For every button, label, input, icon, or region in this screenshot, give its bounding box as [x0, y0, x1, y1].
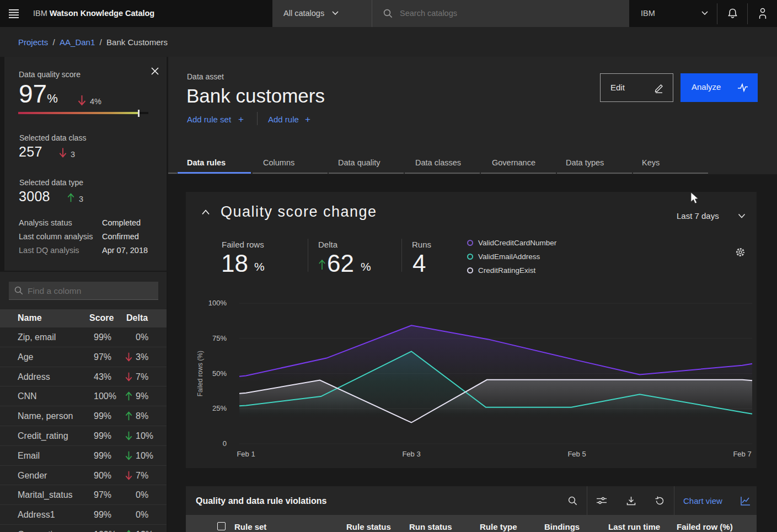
svg-text:50%: 50%	[212, 369, 227, 378]
svg-text:25%: 25%	[212, 404, 227, 412]
svg-text:75%: 75%	[212, 334, 227, 342]
svg-text:Feb 1: Feb 1	[237, 450, 255, 458]
svg-text:100%: 100%	[208, 299, 227, 307]
svg-text:Feb 5: Feb 5	[567, 450, 586, 458]
svg-text:Failed rows (%): Failed rows (%)	[196, 351, 204, 396]
svg-text:Feb 7: Feb 7	[733, 450, 751, 458]
svg-text:Feb 3: Feb 3	[402, 450, 420, 458]
svg-text:0: 0	[223, 439, 227, 448]
